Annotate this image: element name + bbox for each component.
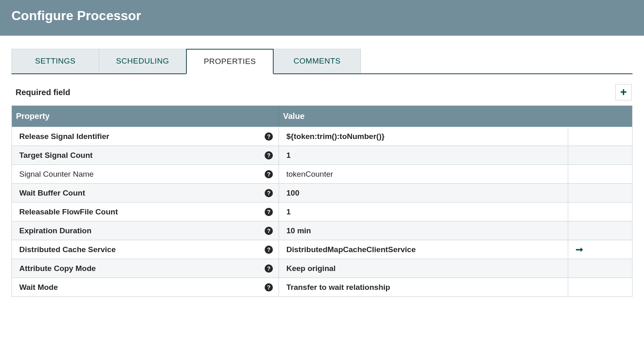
property-name-cell[interactable]: Expiration Duration? bbox=[12, 221, 279, 240]
help-icon[interactable]: ? bbox=[265, 170, 273, 178]
dialog-title: Configure Processor bbox=[11, 8, 633, 23]
property-action-cell bbox=[568, 146, 632, 164]
property-action-cell bbox=[568, 278, 632, 296]
property-value-cell[interactable]: Transfer to wait relationship bbox=[279, 278, 568, 296]
table-row: Signal Counter Name?tokenCounter bbox=[12, 164, 632, 183]
property-name-cell[interactable]: Release Signal Identifier? bbox=[12, 127, 279, 146]
table-row: Releasable FlowFile Count?1 bbox=[12, 202, 632, 221]
property-value-cell[interactable]: 1 bbox=[279, 203, 568, 221]
property-name: Distributed Cache Service bbox=[19, 245, 265, 254]
help-icon[interactable]: ? bbox=[265, 283, 273, 291]
property-name: Signal Counter Name bbox=[19, 170, 265, 179]
property-name: Wait Buffer Count bbox=[19, 189, 265, 198]
content-area: SETTINGS SCHEDULING PROPERTIES COMMENTS … bbox=[0, 36, 644, 297]
property-name-cell[interactable]: Releasable FlowFile Count? bbox=[12, 203, 279, 221]
property-name-cell[interactable]: Attribute Copy Mode? bbox=[12, 259, 279, 278]
property-name: Wait Mode bbox=[19, 283, 265, 292]
property-name-cell[interactable]: Target Signal Count? bbox=[12, 146, 279, 164]
property-name: Release Signal Identifier bbox=[19, 132, 265, 141]
dialog-header: Configure Processor bbox=[0, 0, 644, 36]
table-row: Distributed Cache Service?DistributedMap… bbox=[12, 240, 632, 259]
table-row: Wait Mode?Transfer to wait relationship bbox=[12, 278, 632, 296]
help-icon[interactable]: ? bbox=[265, 132, 273, 141]
table-row: Wait Buffer Count?100 bbox=[12, 183, 632, 202]
property-name: Attribute Copy Mode bbox=[19, 264, 265, 273]
tab-scheduling[interactable]: SCHEDULING bbox=[99, 49, 186, 73]
goto-arrow-icon[interactable]: ➞ bbox=[576, 244, 583, 255]
property-action-cell bbox=[568, 259, 632, 278]
property-action-cell bbox=[568, 165, 632, 183]
table-row: Target Signal Count?1 bbox=[12, 146, 632, 164]
property-value-cell[interactable]: tokenCounter bbox=[279, 165, 568, 183]
property-action-cell: ➞ bbox=[568, 240, 632, 259]
add-property-button[interactable]: + bbox=[615, 84, 632, 100]
table-row: Release Signal Identifier?${token:trim()… bbox=[12, 127, 632, 146]
property-name-cell[interactable]: Wait Mode? bbox=[12, 278, 279, 296]
properties-subheader: Required field + bbox=[11, 74, 633, 105]
properties-table: Property Value Release Signal Identifier… bbox=[11, 105, 633, 297]
property-action-cell bbox=[568, 184, 632, 202]
column-header-property: Property bbox=[12, 106, 279, 127]
property-value-cell[interactable]: 100 bbox=[279, 184, 568, 202]
column-header-value: Value bbox=[279, 106, 632, 127]
help-icon[interactable]: ? bbox=[265, 227, 273, 235]
property-value-cell[interactable]: Keep original bbox=[279, 259, 568, 278]
help-icon[interactable]: ? bbox=[265, 208, 273, 216]
property-value-cell[interactable]: DistributedMapCacheClientService bbox=[279, 240, 568, 259]
plus-icon: + bbox=[620, 86, 627, 99]
help-icon[interactable]: ? bbox=[265, 189, 273, 197]
property-name: Target Signal Count bbox=[19, 151, 265, 160]
tab-properties[interactable]: PROPERTIES bbox=[186, 49, 274, 74]
table-row: Attribute Copy Mode?Keep original bbox=[12, 259, 632, 278]
required-field-label: Required field bbox=[16, 88, 70, 97]
table-header: Property Value bbox=[12, 106, 632, 127]
tab-bar: SETTINGS SCHEDULING PROPERTIES COMMENTS bbox=[11, 49, 633, 74]
property-value-cell[interactable]: ${token:trim():toNumber()} bbox=[279, 127, 568, 146]
help-icon[interactable]: ? bbox=[265, 246, 273, 254]
property-action-cell bbox=[568, 221, 632, 240]
table-row: Expiration Duration?10 min bbox=[12, 221, 632, 240]
table-body: Release Signal Identifier?${token:trim()… bbox=[12, 127, 632, 296]
property-value-cell[interactable]: 1 bbox=[279, 146, 568, 164]
property-action-cell bbox=[568, 127, 632, 146]
property-name: Expiration Duration bbox=[19, 226, 265, 235]
tab-comments[interactable]: COMMENTS bbox=[273, 49, 361, 73]
tab-settings[interactable]: SETTINGS bbox=[11, 49, 99, 73]
property-name-cell[interactable]: Signal Counter Name? bbox=[12, 165, 279, 183]
property-name-cell[interactable]: Wait Buffer Count? bbox=[12, 184, 279, 202]
property-name: Releasable FlowFile Count bbox=[19, 207, 265, 216]
property-name-cell[interactable]: Distributed Cache Service? bbox=[12, 240, 279, 259]
help-icon[interactable]: ? bbox=[265, 151, 273, 159]
help-icon[interactable]: ? bbox=[265, 264, 273, 273]
property-action-cell bbox=[568, 203, 632, 221]
property-value-cell[interactable]: 10 min bbox=[279, 221, 568, 240]
